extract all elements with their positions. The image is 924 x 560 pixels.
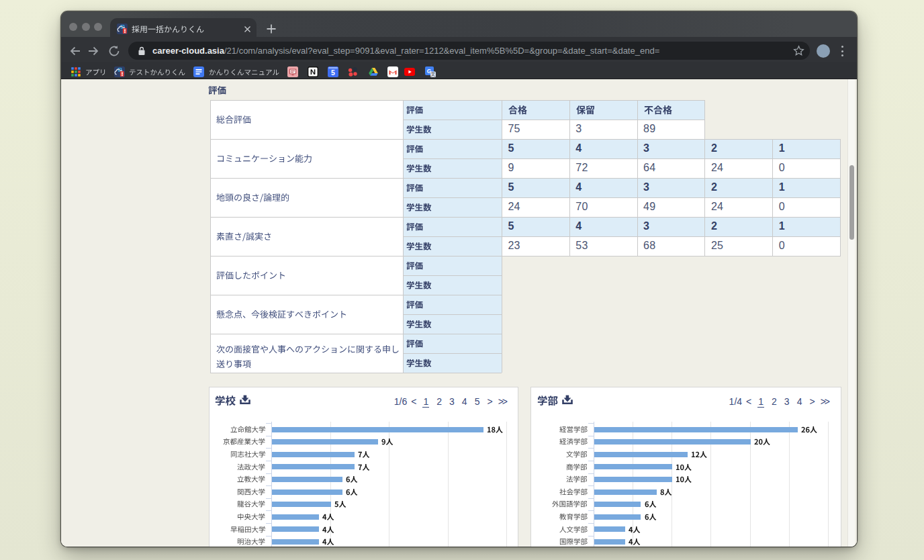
svg-text:文: 文 bbox=[430, 71, 435, 77]
svg-text:5: 5 bbox=[331, 68, 335, 77]
